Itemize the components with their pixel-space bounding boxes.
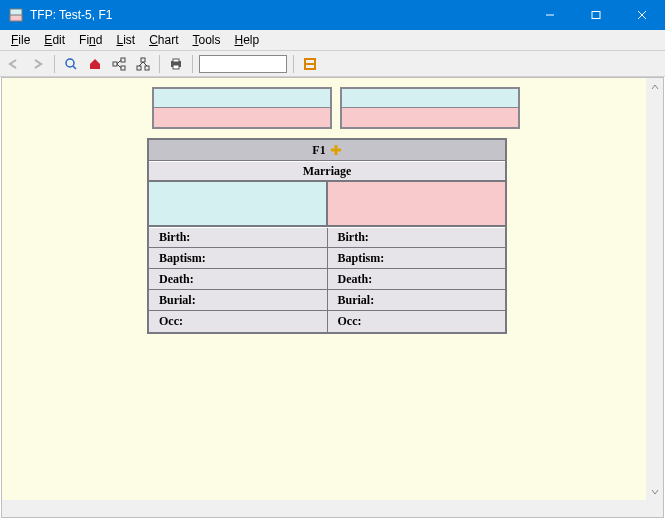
svg-rect-10: [121, 66, 125, 70]
window-controls: [527, 0, 665, 30]
marriage-label: Marriage: [303, 164, 352, 179]
svg-rect-9: [121, 58, 125, 62]
husband-birth: Birth:: [149, 228, 328, 247]
paternal-grandfather-slot[interactable]: [154, 89, 330, 108]
menu-tools[interactable]: Tools: [185, 31, 227, 49]
svg-rect-1: [10, 15, 22, 21]
chart-canvas: F1 Marriage Birth: Birth: Baptism: B: [2, 78, 646, 500]
scroll-up-icon[interactable]: [646, 78, 663, 95]
svg-rect-14: [137, 66, 141, 70]
menu-find[interactable]: Find: [72, 31, 109, 49]
family-card: F1 Marriage Birth: Birth: Baptism: B: [147, 138, 507, 334]
titlebar: TFP: Test-5, F1: [0, 0, 665, 30]
wife-baptism: Baptism:: [328, 248, 506, 268]
back-button[interactable]: [4, 54, 24, 74]
minimize-button[interactable]: [527, 0, 573, 30]
close-button[interactable]: [619, 0, 665, 30]
horizontal-scrollbar[interactable]: [2, 500, 646, 517]
descendant-icon[interactable]: [133, 54, 153, 74]
wife-slot[interactable]: [328, 182, 505, 225]
svg-point-6: [66, 59, 74, 67]
menu-list[interactable]: List: [109, 31, 142, 49]
row-death[interactable]: Death: Death:: [149, 269, 505, 290]
wife-occ: Occ:: [328, 311, 506, 332]
menu-chart[interactable]: Chart: [142, 31, 185, 49]
father-parents-box[interactable]: [152, 87, 332, 129]
home-icon[interactable]: [85, 54, 105, 74]
paternal-grandmother-slot[interactable]: [154, 108, 330, 127]
husband-burial: Burial:: [149, 290, 328, 310]
data-rows: Birth: Birth: Baptism: Baptism: Death: D…: [149, 227, 505, 332]
svg-rect-3: [592, 12, 600, 19]
wife-death: Death:: [328, 269, 506, 289]
svg-rect-19: [173, 59, 179, 62]
search-icon[interactable]: [61, 54, 81, 74]
husband-baptism: Baptism:: [149, 248, 328, 268]
spouses-row: [149, 182, 505, 227]
maximize-button[interactable]: [573, 0, 619, 30]
row-baptism[interactable]: Baptism: Baptism:: [149, 248, 505, 269]
mother-parents-box[interactable]: [340, 87, 520, 129]
svg-rect-13: [141, 58, 145, 62]
husband-death: Death:: [149, 269, 328, 289]
print-icon[interactable]: [166, 54, 186, 74]
family-id: F1: [312, 143, 325, 158]
svg-line-16: [139, 62, 143, 66]
maternal-grandmother-slot[interactable]: [342, 108, 518, 127]
pedigree-icon[interactable]: [109, 54, 129, 74]
window-title: TFP: Test-5, F1: [30, 8, 527, 22]
menu-edit[interactable]: Edit: [37, 31, 72, 49]
app-icon: [8, 7, 24, 23]
vertical-scrollbar[interactable]: [646, 78, 663, 500]
menu-help[interactable]: Help: [228, 31, 267, 49]
svg-line-7: [73, 66, 76, 69]
wife-birth: Birth:: [328, 228, 506, 247]
search-input[interactable]: [199, 55, 287, 73]
scroll-down-icon[interactable]: [646, 483, 663, 500]
menu-file[interactable]: File: [4, 31, 37, 49]
family-id-row[interactable]: F1: [149, 140, 505, 161]
svg-rect-8: [113, 62, 117, 66]
svg-rect-15: [145, 66, 149, 70]
row-occ[interactable]: Occ: Occ:: [149, 311, 505, 332]
maternal-grandfather-slot[interactable]: [342, 89, 518, 108]
husband-slot[interactable]: [149, 182, 328, 225]
scroll-corner: [646, 500, 663, 517]
menubar: File Edit Find List Chart Tools Help: [0, 30, 665, 51]
toolbar: [0, 51, 665, 77]
row-burial[interactable]: Burial: Burial:: [149, 290, 505, 311]
forward-button[interactable]: [28, 54, 48, 74]
husband-occ: Occ:: [149, 311, 328, 332]
add-icon[interactable]: [330, 144, 342, 156]
row-birth[interactable]: Birth: Birth:: [149, 227, 505, 248]
svg-rect-20: [173, 65, 179, 69]
marriage-row[interactable]: Marriage: [149, 161, 505, 182]
edit-icon[interactable]: [300, 54, 320, 74]
svg-line-17: [143, 62, 147, 66]
svg-line-11: [117, 60, 121, 64]
wife-burial: Burial:: [328, 290, 506, 310]
svg-line-12: [117, 64, 121, 68]
content-wrap: F1 Marriage Birth: Birth: Baptism: B: [1, 77, 664, 518]
